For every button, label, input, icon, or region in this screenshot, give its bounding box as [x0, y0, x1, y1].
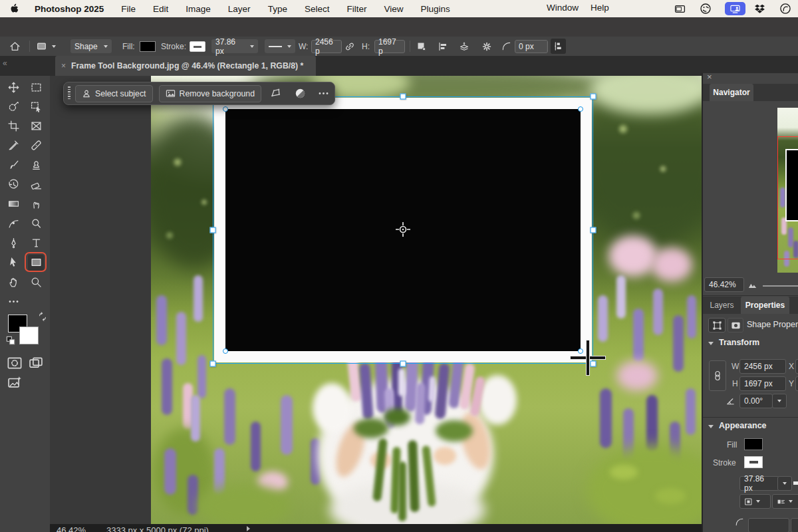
path-operations-icon[interactable]	[416, 37, 427, 56]
stroke-align-select[interactable]	[739, 494, 771, 509]
screen-mode-icon[interactable]	[29, 356, 43, 370]
fill-color-swatch[interactable]	[140, 41, 156, 52]
brush-tool[interactable]	[5, 157, 21, 173]
object-selection-tool[interactable]	[28, 98, 44, 114]
menu-select[interactable]: Select	[296, 4, 338, 14]
dodge-tool[interactable]	[28, 215, 44, 231]
path-arrangement-icon[interactable]	[459, 37, 469, 56]
menu-help[interactable]: Help	[591, 3, 609, 13]
appearance-fill-swatch[interactable]	[744, 438, 763, 450]
remove-background-button[interactable]: Remove background	[159, 85, 261, 102]
corner-radius-knob-bottom-left[interactable]	[223, 348, 228, 354]
apple-icon[interactable]	[9, 3, 20, 14]
corner-radius-knob-top-right[interactable]	[578, 106, 583, 112]
rotation-input[interactable]: 0.00°	[739, 394, 773, 408]
shape-height-input[interactable]: 1697 p	[374, 40, 405, 53]
edit-toolbar-toggle[interactable]	[551, 39, 566, 54]
link-dimensions-icon[interactable]	[344, 37, 355, 56]
navigator-view-box[interactable]	[777, 136, 798, 259]
transform-height-input[interactable]: 1697 px	[739, 376, 786, 391]
document-tab[interactable]: × Frame Tool Background.jpg @ 46.4% (Rec…	[55, 56, 316, 76]
menu-view[interactable]: View	[375, 4, 412, 14]
navigator-zoom-input[interactable]: 46.42%	[704, 277, 744, 292]
zoom-out-icon[interactable]	[748, 281, 757, 290]
rotation-dropdown[interactable]	[772, 394, 787, 408]
shape-mask-mode-button[interactable]	[728, 318, 743, 332]
move-tool[interactable]	[5, 79, 21, 95]
frame-tool[interactable]	[28, 118, 44, 134]
close-tab-icon[interactable]: ×	[61, 61, 66, 70]
history-brush-tool[interactable]	[5, 177, 21, 193]
panel-collapse-icon[interactable]: «	[3, 59, 7, 68]
corner-radius-input-1[interactable]	[748, 518, 789, 532]
menu-photoshop-2025[interactable]: Photoshop 2025	[28, 4, 112, 14]
more-tools[interactable]	[5, 293, 21, 309]
shape-width-input[interactable]: 2456 p	[311, 40, 342, 53]
navigator-zoom-slider[interactable]	[763, 285, 798, 287]
tool-preset-picker[interactable]	[36, 37, 56, 56]
clone-stamp-tool[interactable]	[28, 157, 44, 173]
transform-handle-middle-left[interactable]	[210, 227, 216, 233]
eyedropper-tool[interactable]	[5, 138, 21, 154]
corner-radius-input[interactable]: 0 px	[515, 40, 548, 53]
adjustments-icon[interactable]	[295, 88, 306, 99]
corner-radius-knob-bottom-right[interactable]	[578, 348, 583, 354]
menu-edit[interactable]: Edit	[144, 4, 177, 14]
swap-colors-icon[interactable]	[38, 312, 47, 321]
creative-cloud-icon[interactable]	[779, 3, 791, 15]
path-selection-tool[interactable]	[5, 255, 21, 271]
eraser-tool[interactable]	[28, 177, 44, 193]
more-options-icon[interactable]	[318, 88, 329, 99]
stroke-color-swatch[interactable]	[190, 41, 205, 52]
transform-handle-top-right[interactable]	[591, 94, 597, 100]
corner-radius-input-2[interactable]	[791, 518, 798, 532]
lasso-tool[interactable]	[5, 98, 21, 114]
transform-handle-bottom-left[interactable]	[210, 361, 216, 367]
zoom-tool[interactable]	[28, 274, 44, 290]
corner-radius-knob-top-left[interactable]	[223, 106, 228, 112]
dropbox-icon[interactable]	[754, 3, 765, 15]
appearance-stroke-width-input[interactable]: 37.86 px	[739, 476, 779, 491]
menu-layer[interactable]: Layer	[219, 4, 259, 14]
stroke-type-select[interactable]	[265, 39, 295, 53]
appearance-stroke-swatch[interactable]	[744, 456, 763, 468]
smudge-tool[interactable]	[28, 196, 44, 212]
shape-transform-mode-button[interactable]	[708, 318, 726, 332]
transform-y-input[interactable]	[795, 376, 798, 391]
menu-window[interactable]: Window	[547, 3, 579, 13]
status-zoom-value[interactable]: 46.42%	[57, 525, 86, 532]
transform-shape-icon[interactable]	[270, 88, 281, 99]
menu-type[interactable]: Type	[259, 4, 296, 14]
display-status-icon[interactable]	[674, 3, 686, 15]
hand-tool[interactable]	[5, 274, 21, 290]
menu-image[interactable]: Image	[177, 4, 219, 14]
gradient-tool[interactable]	[5, 196, 21, 212]
screen-share-icon[interactable]	[725, 2, 745, 15]
default-colors-icon[interactable]	[6, 336, 15, 345]
menu-filter[interactable]: Filter	[338, 4, 375, 14]
transform-handle-bottom-right[interactable]	[591, 361, 597, 367]
home-icon[interactable]	[9, 37, 21, 56]
stroke-cap-select[interactable]	[772, 494, 798, 509]
chevron-down-icon[interactable]	[708, 342, 714, 345]
crop-tool[interactable]	[5, 118, 21, 134]
menu-plugins[interactable]: Plugins	[412, 4, 458, 14]
tab-layers[interactable]: Layers	[703, 297, 741, 314]
tool-mode-select[interactable]: Shape	[70, 39, 112, 53]
type-tool[interactable]	[28, 235, 44, 251]
transform-handle-middle-right[interactable]	[591, 227, 597, 233]
canvas-area[interactable]: Select subject Remove background	[50, 76, 702, 524]
gear-icon[interactable]	[481, 37, 492, 56]
constrain-proportions-button[interactable]	[709, 360, 726, 391]
stroke-width-dropdown[interactable]	[777, 476, 792, 491]
transform-handle-top-center[interactable]	[400, 94, 406, 100]
contextual-task-bar[interactable]: Select subject Remove background	[63, 82, 335, 105]
close-panel-icon[interactable]: ×	[707, 73, 712, 82]
navigator-thumbnail[interactable]	[777, 108, 798, 273]
menu-file[interactable]: File	[112, 4, 144, 14]
task-bar-grip-handle[interactable]	[68, 86, 70, 100]
appearance-section-header[interactable]: Appearance	[719, 421, 767, 430]
chevron-down-icon[interactable]	[708, 425, 714, 428]
pen-tool[interactable]	[5, 235, 21, 251]
status-expand-icon[interactable]	[247, 526, 250, 531]
